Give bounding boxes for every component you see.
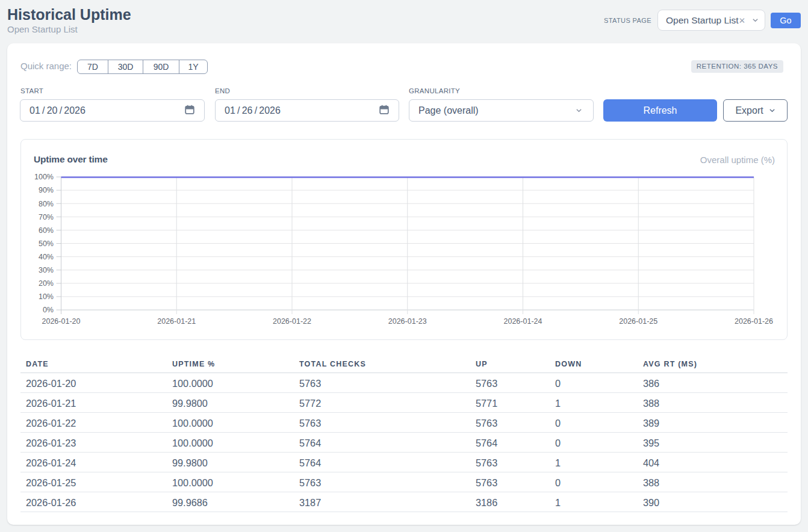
svg-text:2026-01-24: 2026-01-24 <box>504 317 542 326</box>
svg-text:70%: 70% <box>39 213 54 221</box>
svg-text:20%: 20% <box>39 279 54 288</box>
svg-text:2026-01-26: 2026-01-26 <box>735 317 773 326</box>
svg-text:100%: 100% <box>34 173 54 181</box>
svg-text:50%: 50% <box>39 240 54 248</box>
svg-text:2026-01-23: 2026-01-23 <box>388 317 427 326</box>
svg-text:30%: 30% <box>39 266 54 274</box>
svg-text:60%: 60% <box>39 226 54 235</box>
svg-text:2026-01-20: 2026-01-20 <box>42 317 81 326</box>
svg-text:2026-01-22: 2026-01-22 <box>273 317 311 326</box>
svg-text:0%: 0% <box>43 306 54 314</box>
svg-text:2026-01-21: 2026-01-21 <box>157 317 196 326</box>
svg-text:80%: 80% <box>39 200 54 208</box>
svg-text:2026-01-25: 2026-01-25 <box>619 317 657 326</box>
svg-text:90%: 90% <box>39 186 54 194</box>
svg-text:10%: 10% <box>39 292 54 301</box>
svg-text:40%: 40% <box>39 253 54 261</box>
